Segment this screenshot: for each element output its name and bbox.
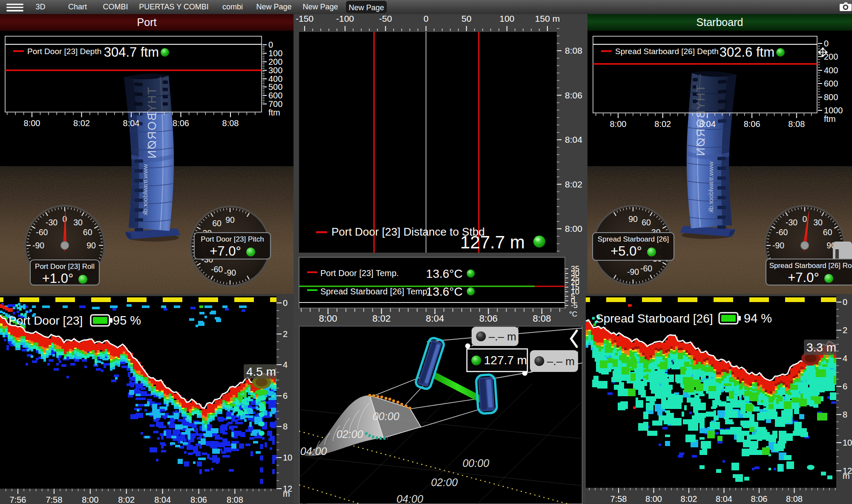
svg-text:-90: -90 — [32, 241, 44, 250]
svg-text:90: 90 — [628, 214, 638, 224]
svg-text:-60: -60 — [640, 264, 652, 273]
svg-text:-30: -30 — [46, 218, 58, 227]
svg-text:60: 60 — [212, 219, 222, 228]
svg-text:30: 30 — [813, 218, 823, 227]
svg-text:-90: -90 — [627, 267, 639, 276]
svg-text:60: 60 — [83, 228, 92, 237]
svg-text:-60: -60 — [776, 228, 788, 237]
svg-text:30: 30 — [73, 218, 83, 227]
svg-text:60: 60 — [823, 228, 832, 237]
svg-text:-90: -90 — [772, 241, 784, 250]
svg-text:-90: -90 — [224, 268, 236, 277]
svg-text:0: 0 — [803, 214, 807, 224]
svg-text:60: 60 — [642, 218, 651, 227]
svg-text:-60: -60 — [211, 265, 223, 274]
svg-text:90: 90 — [225, 215, 235, 225]
svg-text:-60: -60 — [36, 228, 48, 237]
svg-text:90: 90 — [86, 241, 96, 250]
svg-text:-30: -30 — [786, 218, 797, 227]
